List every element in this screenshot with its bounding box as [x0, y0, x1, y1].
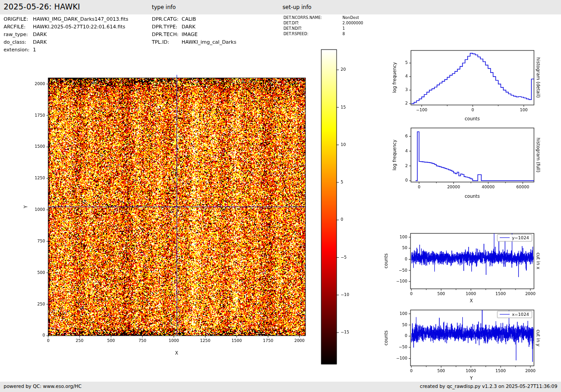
- info-row-dit: DET.DIT:2.0000000: [283, 21, 363, 25]
- info-row-dprtype: DPR.TYPE:DARK: [152, 24, 196, 30]
- info-label: DET.RSPEED:: [283, 32, 342, 36]
- info-value: DARK: [182, 24, 196, 30]
- main-yaxis-label: Y: [23, 205, 28, 208]
- info-row-rawtype: raw_type:DARK: [4, 32, 47, 37]
- info-label: ORIGFILE:: [4, 16, 33, 22]
- setup-info-heading: set-up info: [283, 4, 311, 10]
- legend-line-icon: [500, 314, 510, 315]
- info-row-ndit: DET.NDIT:1: [283, 26, 345, 31]
- info-label: TPL.ID:: [152, 39, 182, 45]
- legend-label: x=1024: [512, 312, 529, 317]
- info-row-arcfile: ARCFILE:HAWKI.2025-05-27T10:22:01.614.fi…: [4, 24, 125, 30]
- info-value: 1: [342, 26, 345, 31]
- info-row-origfile: ORIGFILE:HAWKI_IMG_DARK_Darks147_0013.fi…: [4, 16, 128, 22]
- info-row-dprtech: DPR.TECH:IMAGE: [152, 32, 198, 37]
- cut-x-side-label: cut in x: [536, 252, 541, 269]
- cut-y-xlabel: Y: [470, 376, 473, 381]
- hist-full-ylabel: log frequency: [392, 140, 397, 171]
- info-value: HAWKI_img_cal_Darks: [182, 39, 236, 45]
- hist-full-xlabel: counts: [465, 194, 479, 199]
- info-value: DARK: [33, 39, 47, 45]
- info-row-rspeed: DET.RSPEED:8: [283, 32, 345, 36]
- type-info-heading: type info: [152, 4, 176, 10]
- cut-x-ylabel: counts: [383, 253, 388, 268]
- info-label: DET.NDIT:: [283, 26, 342, 31]
- info-row-tplid: TPL.ID:HAWKI_img_cal_Darks: [152, 39, 236, 45]
- hist-detail-ylabel: log frequency: [392, 62, 397, 93]
- info-value: 8: [342, 32, 345, 36]
- info-label: DET.NCORRS.NAME:: [283, 15, 342, 20]
- info-value: NonDest: [342, 15, 359, 20]
- info-label: do_class:: [4, 39, 33, 45]
- legend-label: y=1024: [512, 236, 529, 240]
- info-label: extension:: [4, 47, 33, 53]
- info-value: 2.0000000: [342, 21, 363, 25]
- info-value: HAWKI.2025-05-27T10:22:01.614.fits: [33, 24, 125, 30]
- hist-detail-side-label: histogram (detail): [536, 57, 541, 98]
- info-value: CALIB: [182, 16, 196, 22]
- info-label: ARCFILE:: [4, 24, 33, 30]
- info-value: 1: [33, 47, 36, 53]
- cut-x-legend: y=1024: [497, 234, 532, 242]
- info-row-extension: extension:1: [4, 47, 36, 53]
- qc-report-page: 2025-05-26: HAWKI type info set-up info …: [0, 0, 561, 392]
- main-xaxis-label: X: [175, 351, 178, 356]
- info-label: DET.DIT:: [283, 21, 342, 25]
- header-bar: 2025-05-26: HAWKI type info set-up info: [0, 0, 561, 14]
- info-label: raw_type:: [4, 32, 33, 37]
- hist-full-side-label: histogram (full): [536, 137, 541, 172]
- footer-right-text: created by qc_rawdisp.py v1.2.3 on 2025-…: [420, 383, 557, 389]
- cut-x-xlabel: X: [470, 298, 473, 303]
- page-title: 2025-05-26: HAWKI: [4, 2, 80, 11]
- info-row-dprcatg: DPR.CATG:CALIB: [152, 16, 196, 22]
- footer-left-text: powered by QC: www.eso.org/HC: [4, 383, 82, 389]
- info-value: IMAGE: [182, 32, 198, 37]
- info-row-doclass: do_class:DARK: [4, 39, 47, 45]
- info-label: DPR.TYPE:: [152, 24, 182, 30]
- cut-y-ylabel: counts: [383, 330, 388, 345]
- info-label: DPR.TECH:: [152, 32, 182, 37]
- cut-y-side-label: cut in y: [536, 329, 541, 346]
- cut-y-legend: x=1024: [497, 311, 532, 318]
- info-value: DARK: [33, 32, 47, 37]
- legend-line-icon: [500, 237, 510, 238]
- info-row-ncorrs: DET.NCORRS.NAME:NonDest: [283, 15, 359, 20]
- footer-bar: powered by QC: www.eso.org/HC created by…: [0, 382, 561, 392]
- info-label: DPR.CATG:: [152, 16, 182, 22]
- hist-detail-xlabel: counts: [465, 116, 479, 121]
- info-value: HAWKI_IMG_DARK_Darks147_0013.fits: [33, 16, 128, 22]
